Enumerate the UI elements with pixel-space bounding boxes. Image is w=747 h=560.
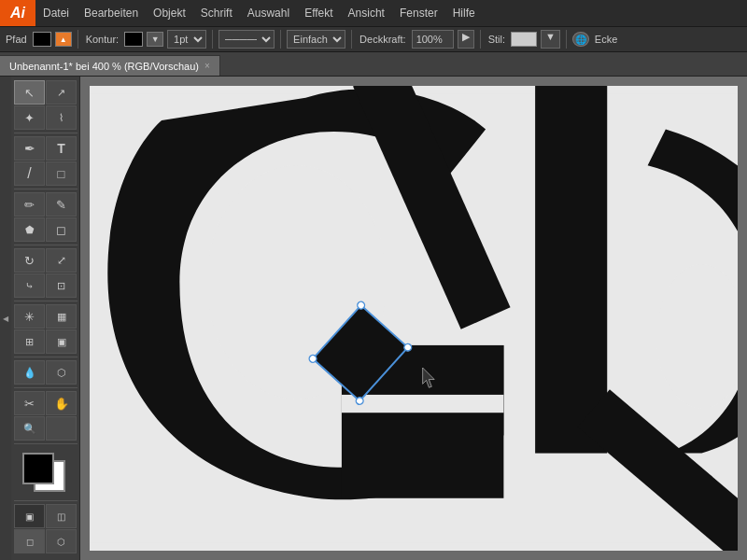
tool-row-3: ✒ T [14,136,77,161]
divider-2 [212,30,213,49]
blend-tool[interactable]: ⬡ [46,360,77,385]
blob-brush-tool[interactable]: ⬟ [14,217,45,242]
menu-ansicht[interactable]: Ansicht [341,0,392,26]
stil-btn[interactable]: ▼ [541,30,560,49]
pencil-tool[interactable]: ✎ [46,192,77,217]
symbol-spray-tool[interactable]: ✳ [14,304,45,329]
tool-row-5: ✏ ✎ [14,192,77,217]
screen-mode-3[interactable]: ◻ [14,529,45,553]
panel-collapse-button[interactable]: ◀ [0,77,11,560]
tab-title: Unbenannt-1* bei 400 % (RGB/Vorschau) [9,61,199,72]
divider-6 [566,30,567,49]
menu-bearbeiten[interactable]: Bearbeiten [77,0,146,26]
stroke-style-select[interactable]: Einfach [287,30,345,49]
tool-sep-5 [14,357,78,357]
stil-swatch[interactable] [511,32,537,47]
menu-objekt[interactable]: Objekt [146,0,193,26]
document-tab[interactable]: Unbenannt-1* bei 400 % (RGB/Vorschau) × [0,55,220,76]
menu-effekt[interactable]: Effekt [297,0,340,26]
direct-select-tool[interactable]: ↗ [46,80,77,105]
scissors-tool[interactable]: ✂ [14,391,45,415]
tool-row-4: / □ [14,161,77,186]
tool-row-10: ⊞ ▣ [14,329,77,354]
menu-auswahl[interactable]: Auswahl [240,0,297,26]
app-logo: Ai [0,0,35,26]
tool-sep-2 [14,189,78,189]
globe-icon[interactable]: 🌐 [572,32,589,47]
menu-hilfe[interactable]: Hilfe [445,0,483,26]
tool-row-extra2: ◻ ⬡ [14,529,77,553]
hand-tool[interactable]: ✋ [46,391,77,415]
tool-sep-3 [14,245,78,245]
tool-sep-1 [14,133,78,133]
ecke-label: Ecke [593,34,619,45]
magic-wand-tool[interactable]: ✦ [14,105,45,130]
artboard [90,86,738,551]
rotate-tool[interactable]: ↻ [14,248,45,273]
control-bar: Pfad ▲ Kontur: ▼ 1pt2pt ────── Einfach D… [0,26,747,52]
divider-4 [351,30,352,49]
rect-tool[interactable]: □ [46,161,77,186]
divider-1 [78,30,78,49]
zoom-tool[interactable]: 🔍 [14,416,45,441]
stroke-width-select[interactable]: 1pt2pt [167,30,206,49]
svg-rect-5 [535,86,607,454]
tool-sep-7 [14,443,78,444]
divider-3 [280,30,281,49]
tool-sep-4 [14,301,78,301]
opacity-input[interactable] [412,30,454,49]
tool-row-2: ✦ ⌇ [14,105,77,130]
stil-label: Stil: [486,34,507,45]
warp-tool[interactable]: ⤷ [14,273,45,298]
eraser-tool[interactable]: ◻ [46,217,77,242]
foreground-color-swatch[interactable] [22,453,54,484]
scale-tool[interactable]: ⤢ [46,248,77,273]
stroke-profile-select[interactable]: ────── [218,30,275,49]
gradient-tool[interactable]: ▣ [46,329,77,354]
path-label: Pfad [4,34,29,45]
stroke-swatch[interactable] [124,32,143,47]
pen-tool[interactable]: ✒ [14,136,45,161]
menu-datei[interactable]: Datei [35,0,77,26]
svg-rect-3 [342,395,504,413]
tool-row-8: ⤷ ⊡ [14,273,77,298]
divider-5 [480,30,481,49]
empty-tool [46,416,77,441]
kontur-label: Kontur: [84,34,120,45]
tab-close-button[interactable]: × [204,61,210,71]
tool-sep-8 [14,500,78,501]
tool-row-9: ✳ ▦ [14,304,77,329]
left-toolbar: ↖ ↗ ✦ ⌇ ✒ T / □ ✏ ✎ ⬟ ◻ ↻ ⤢ ⤷ [11,77,80,560]
screen-mode-2[interactable]: ◫ [46,504,77,528]
tool-row-1: ↖ ↗ [14,80,77,105]
tool-sep-6 [14,387,78,388]
tool-row-extra: ▣ ◫ [14,504,77,528]
stroke-icon[interactable]: ▼ [147,32,163,47]
color-swatches [21,451,71,497]
screen-mode-1[interactable]: ▣ [14,504,45,528]
line-tool[interactable]: / [14,161,45,186]
paintbrush-tool[interactable]: ✏ [14,192,45,217]
canvas-svg [90,86,738,551]
tool-row-12: ✂ ✋ [14,391,77,415]
text-tool[interactable]: T [46,136,77,161]
eyedropper-tool[interactable]: 💧 [14,360,45,385]
select-tool[interactable]: ↖ [14,80,45,105]
tool-row-11: 💧 ⬡ [14,360,77,385]
fill-icon[interactable]: ▲ [55,32,72,47]
lasso-tool[interactable]: ⌇ [46,105,77,130]
menu-schrift[interactable]: Schrift [193,0,240,26]
mesh-tool[interactable]: ⊞ [14,329,45,354]
menu-bar: Ai Datei Bearbeiten Objekt Schrift Auswa… [0,0,747,26]
main-layout: ◀ ↖ ↗ ✦ ⌇ ✒ T / □ ✏ ✎ ⬟ ◻ ↻ ⤢ [0,77,747,560]
tool-row-7: ↻ ⤢ [14,248,77,273]
free-transform-tool[interactable]: ⊡ [46,273,77,298]
opacity-label: Deckkraft: [358,34,408,45]
tool-row-13: 🔍 [14,416,77,441]
opacity-arrow[interactable]: ▶ [458,30,474,49]
menu-fenster[interactable]: Fenster [392,0,445,26]
screen-mode-4[interactable]: ⬡ [46,529,77,553]
column-graph-tool[interactable]: ▦ [46,304,77,329]
fill-swatch[interactable] [33,32,51,47]
canvas-area[interactable] [80,77,747,560]
